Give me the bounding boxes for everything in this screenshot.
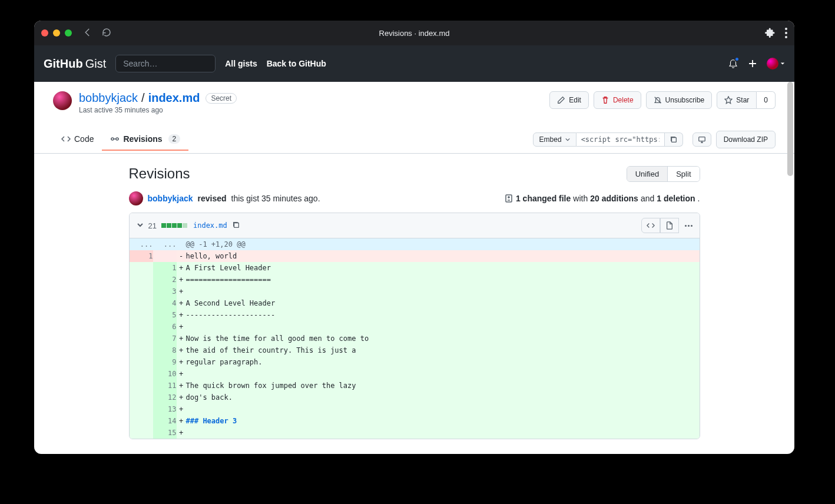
owner-link[interactable]: bobbykjack xyxy=(79,91,138,105)
diff-line: 14+### Header 3 xyxy=(130,415,700,427)
avatar xyxy=(767,58,778,69)
copy-embed-button[interactable] xyxy=(665,132,683,147)
tab-code[interactable]: Code xyxy=(53,128,102,151)
diff-line: 7+Now is the time for all good men to co… xyxy=(130,333,700,344)
close-window-button[interactable] xyxy=(41,29,48,37)
gist-file-link[interactable]: index.md xyxy=(148,91,200,105)
slash: / xyxy=(141,91,145,105)
star-button[interactable]: Star xyxy=(717,91,757,109)
create-new-button[interactable] xyxy=(748,59,757,68)
revision-user-link[interactable]: bobbykjack xyxy=(148,194,193,203)
nav-back-to-github[interactable]: Back to GitHub xyxy=(267,59,326,68)
search-input[interactable]: Search… xyxy=(115,55,216,72)
diff-table: ......@@ -1 +1,20 @@1-hello, world1+A Fi… xyxy=(130,238,700,439)
edit-button[interactable]: Edit xyxy=(549,91,589,109)
source-view-button[interactable] xyxy=(641,218,660,233)
diff-line: 8+the aid of their country. This is just… xyxy=(130,344,700,356)
unified-view-button[interactable]: Unified xyxy=(627,167,668,181)
extensions-icon[interactable] xyxy=(765,27,776,39)
maximize-window-button[interactable] xyxy=(65,29,72,37)
file-diff-icon xyxy=(504,194,513,203)
tab-revisions[interactable]: Revisions 2 xyxy=(102,128,188,151)
diff-box: 21 index.md xyxy=(129,213,700,439)
revision-avatar[interactable] xyxy=(129,191,143,205)
diff-line: 10+ xyxy=(130,368,700,380)
gist-header: bobbykjack / index.md Secret Last active… xyxy=(34,82,794,119)
svg-point-2 xyxy=(116,138,118,140)
browser-menu-icon[interactable] xyxy=(785,28,787,38)
diff-changes-count: 21 xyxy=(148,221,157,230)
svg-point-1 xyxy=(111,138,114,140)
diff-line: 3+ xyxy=(130,286,700,297)
embed-dropdown[interactable]: Embed xyxy=(533,132,576,147)
notification-dot xyxy=(734,57,740,62)
nav-all-gists[interactable]: All gists xyxy=(225,59,257,68)
star-count[interactable]: 0 xyxy=(757,91,776,109)
svg-rect-12 xyxy=(234,223,238,227)
unsubscribe-button[interactable]: Unsubscribe xyxy=(646,91,713,109)
browser-toolbar: Revisions · index.md xyxy=(34,21,794,45)
rendered-view-button[interactable] xyxy=(660,218,679,233)
window-controls xyxy=(41,29,72,37)
embed-url-input[interactable] xyxy=(576,132,665,147)
user-menu-button[interactable] xyxy=(767,58,785,69)
svg-rect-6 xyxy=(671,138,676,142)
github-header: GitHubGist Search… All gists Back to Git… xyxy=(34,45,794,82)
diff-line: 5+--------------------- xyxy=(130,309,700,321)
browser-window: Revisions · index.md GitHubGist Search… … xyxy=(34,21,794,454)
secret-badge: Secret xyxy=(206,93,237,104)
scrollbar[interactable] xyxy=(787,82,793,176)
diff-line: 13+ xyxy=(130,403,700,415)
diff-line: 11+The quick brown fox jumped over the l… xyxy=(130,380,700,392)
diff-line: 1-hello, world xyxy=(130,250,700,262)
page-body: bobbykjack / index.md Secret Last active… xyxy=(34,82,794,454)
diff-line: 9+regular paragraph. xyxy=(130,356,700,368)
diff-line: 1+A First Level Header xyxy=(130,262,700,274)
github-gist-logo[interactable]: GitHubGist xyxy=(44,57,106,71)
gist-last-active: Last active 35 minutes ago xyxy=(79,106,237,114)
diff-view-toggle: Unified Split xyxy=(627,166,700,182)
diff-line: 2+==================== xyxy=(130,274,700,286)
delete-button[interactable]: Delete xyxy=(594,91,641,109)
diff-line: 4+A Second Level Header xyxy=(130,297,700,309)
collapse-diff-button[interactable] xyxy=(137,221,144,230)
split-view-button[interactable]: Split xyxy=(668,167,699,181)
notifications-icon[interactable] xyxy=(728,58,738,70)
back-button[interactable] xyxy=(82,27,93,39)
copy-filename-button[interactable] xyxy=(232,221,240,231)
diff-stat-blocks xyxy=(161,223,187,228)
diff-line: 15+ xyxy=(130,427,700,439)
owner-avatar[interactable] xyxy=(53,91,72,110)
tab-bar: Code Revisions 2 Embed xyxy=(34,126,794,154)
download-zip-button[interactable]: Download ZIP xyxy=(716,131,776,148)
diff-options-button[interactable] xyxy=(685,225,692,227)
page-title: Revisions xyxy=(129,165,190,182)
desktop-clone-button[interactable] xyxy=(692,132,711,147)
reload-button[interactable] xyxy=(101,27,112,39)
diff-line: ......@@ -1 +1,20 @@ xyxy=(130,238,700,250)
tab-title: Revisions · index.md xyxy=(34,29,794,38)
revision-summary: bobbykjack revised this gist 35 minutes … xyxy=(129,191,700,205)
svg-rect-7 xyxy=(698,137,705,141)
revisions-count: 2 xyxy=(168,134,181,144)
diff-filename[interactable]: index.md xyxy=(193,221,227,230)
diff-line: 12+dog's back. xyxy=(130,392,700,403)
minimize-window-button[interactable] xyxy=(53,29,60,37)
diff-line: 6+ xyxy=(130,321,700,333)
